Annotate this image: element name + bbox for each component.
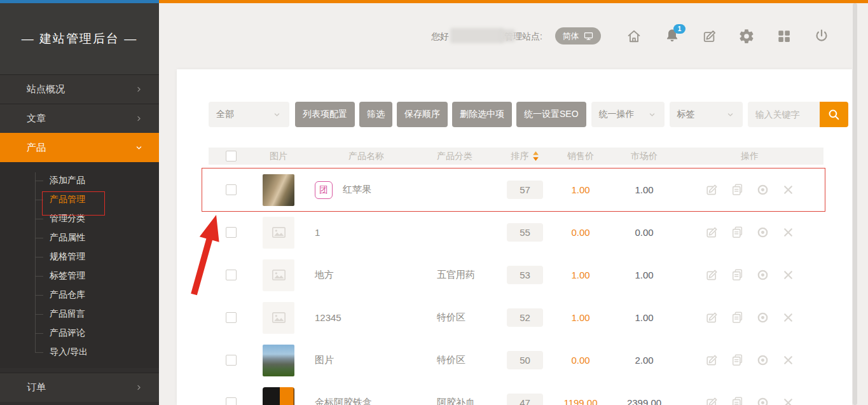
- view-button[interactable]: [755, 353, 770, 367]
- row-checkbox[interactable]: [226, 312, 237, 323]
- submenu-label: 管理分类: [50, 213, 85, 224]
- seo-settings-button[interactable]: 统一设置SEO: [516, 102, 586, 127]
- image-icon: [270, 266, 287, 284]
- list-config-button[interactable]: 列表项配置: [295, 102, 355, 127]
- edit-button[interactable]: [705, 182, 719, 197]
- sidebar-item-articles[interactable]: 文章: [0, 104, 159, 133]
- edit-icon: [705, 225, 719, 240]
- sort-value[interactable]: 47: [507, 394, 543, 405]
- copy-button[interactable]: [730, 268, 745, 282]
- copy-icon: [730, 353, 745, 367]
- submenu-label: 产品属性: [50, 232, 85, 244]
- apps-button[interactable]: [776, 28, 792, 45]
- edit-button[interactable]: [705, 395, 719, 405]
- sidebar-item-orders[interactable]: 订单: [0, 373, 159, 402]
- sort-value[interactable]: 50: [507, 351, 543, 369]
- submenu-item-product-messages[interactable]: 产品留言: [0, 305, 159, 324]
- copy-button[interactable]: [730, 310, 745, 325]
- edit-button[interactable]: [705, 268, 719, 282]
- product-name[interactable]: 金标阿胶铁盒: [315, 397, 372, 405]
- product-name[interactable]: 1: [315, 227, 320, 238]
- delete-button[interactable]: [781, 310, 796, 325]
- copy-button[interactable]: [730, 353, 745, 367]
- submenu-item-add-product[interactable]: 添加产品: [0, 171, 159, 190]
- product-name[interactable]: 红苹果: [343, 184, 371, 196]
- sort-value[interactable]: 55: [507, 223, 543, 242]
- product-category: 特价区: [431, 312, 501, 324]
- edit-button[interactable]: [705, 310, 719, 325]
- product-image[interactable]: [263, 387, 294, 405]
- submenu-item-import-export[interactable]: 导入/导出: [0, 343, 159, 362]
- view-button[interactable]: [755, 225, 770, 240]
- submenu-item-manage-categories[interactable]: 管理分类: [0, 209, 159, 228]
- delete-button[interactable]: [781, 395, 796, 405]
- row-checkbox[interactable]: [226, 355, 237, 366]
- language-switch-button[interactable]: 简体: [555, 27, 601, 45]
- sort-value[interactable]: 57: [507, 181, 543, 199]
- sidebar-item-products[interactable]: 产品: [0, 133, 159, 162]
- header-image: 图片: [253, 151, 304, 162]
- view-button[interactable]: [755, 182, 770, 197]
- submenu-label: 添加产品: [50, 175, 85, 186]
- product-image-placeholder[interactable]: [263, 217, 294, 249]
- scrollbar[interactable]: [853, 3, 857, 405]
- search-button[interactable]: [820, 102, 848, 127]
- tag-dropdown[interactable]: 标签: [670, 102, 743, 127]
- product-name[interactable]: 图片: [315, 354, 334, 366]
- filter-button[interactable]: 筛选: [359, 102, 392, 127]
- search-input[interactable]: [748, 102, 820, 127]
- market-price: 2.00: [612, 355, 676, 366]
- submenu-item-spec-management[interactable]: 规格管理: [0, 247, 159, 266]
- home-button[interactable]: [626, 28, 642, 45]
- row-checkbox[interactable]: [226, 397, 237, 405]
- copy-button[interactable]: [730, 225, 745, 240]
- submenu-item-product-attributes[interactable]: 产品属性: [0, 228, 159, 247]
- category-filter-dropdown[interactable]: 全部: [209, 102, 289, 127]
- edit-button[interactable]: [705, 353, 719, 367]
- save-order-button[interactable]: 保存顺序: [397, 102, 448, 127]
- sort-arrows-icon[interactable]: [532, 151, 539, 161]
- product-image-placeholder[interactable]: [263, 259, 294, 291]
- sort-value[interactable]: 52: [507, 308, 543, 327]
- view-button[interactable]: [755, 395, 770, 405]
- header-sort[interactable]: 排序: [501, 151, 549, 162]
- chevron-down-icon: [134, 143, 144, 153]
- delete-button[interactable]: [781, 353, 796, 367]
- row-checkbox[interactable]: [226, 184, 237, 195]
- view-button[interactable]: [755, 268, 770, 282]
- chevron-down-icon: [272, 110, 282, 120]
- sale-price: 0.00: [549, 227, 612, 238]
- edit-icon: [705, 310, 719, 325]
- chevron-down-icon: [726, 110, 735, 120]
- submenu-item-product-reviews[interactable]: 产品评论: [0, 324, 159, 343]
- delete-selected-button[interactable]: 删除选中项: [452, 102, 512, 127]
- edit-site-button[interactable]: [701, 28, 718, 45]
- view-button[interactable]: [755, 310, 770, 325]
- delete-button[interactable]: [781, 268, 796, 282]
- copy-button[interactable]: [730, 395, 745, 405]
- copy-button[interactable]: [730, 182, 745, 197]
- product-image-placeholder[interactable]: [263, 302, 294, 334]
- sort-value[interactable]: 53: [507, 266, 543, 284]
- submenu-item-tag-management[interactable]: 标签管理: [0, 266, 159, 285]
- sidebar-item-site-overview[interactable]: 站点概况: [0, 74, 159, 104]
- select-all-checkbox[interactable]: [226, 151, 237, 161]
- delete-button[interactable]: [781, 182, 796, 197]
- row-checkbox[interactable]: [226, 227, 237, 238]
- delete-button[interactable]: [781, 225, 796, 240]
- product-image[interactable]: [263, 345, 294, 376]
- product-name[interactable]: 12345: [315, 312, 341, 323]
- submenu-label: 导入/导出: [50, 347, 88, 358]
- submenu-item-product-management[interactable]: 产品管理: [0, 190, 159, 209]
- notifications-button[interactable]: 1: [664, 28, 680, 45]
- view-icon: [755, 182, 770, 197]
- batch-operation-dropdown[interactable]: 统一操作: [591, 102, 665, 127]
- logout-button[interactable]: [813, 28, 830, 45]
- edit-button[interactable]: [705, 225, 719, 240]
- product-image[interactable]: [263, 174, 294, 206]
- sale-price: 1.00: [549, 184, 612, 195]
- row-checkbox[interactable]: [226, 270, 237, 280]
- product-name[interactable]: 地方: [315, 269, 334, 281]
- settings-button[interactable]: [738, 28, 755, 45]
- submenu-item-product-warehouse[interactable]: 产品仓库: [0, 285, 159, 305]
